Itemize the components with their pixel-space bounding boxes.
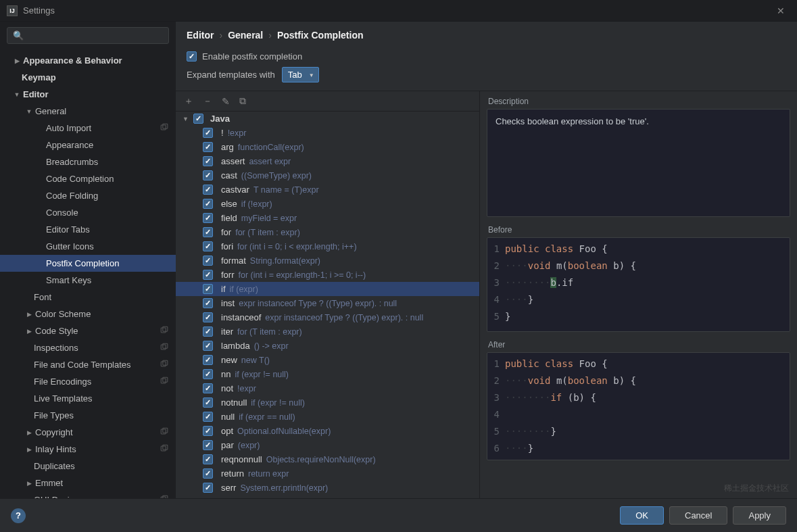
after-code: 1public class Foo { 2····void m(boolean … <box>487 352 790 460</box>
sidebar-item-font[interactable]: Font <box>0 289 176 306</box>
edit-icon[interactable]: ✎ <box>222 96 230 107</box>
sidebar-item-code-style[interactable]: ▶Code Style <box>0 322 176 339</box>
postfix-item-reqnonnull[interactable]: reqnonnullObjects.requireNonNull(expr) <box>176 452 479 466</box>
close-icon[interactable]: ✕ <box>771 3 790 19</box>
sidebar-item-keymap[interactable]: Keymap <box>0 69 176 86</box>
help-icon[interactable]: ? <box>11 508 26 523</box>
sidebar-item-file-encodings[interactable]: File Encodings <box>0 373 176 390</box>
postfix-item-inst[interactable]: instexpr instanceof Type ? ((Type) expr)… <box>176 296 479 310</box>
postfix-checkbox[interactable] <box>203 369 213 379</box>
postfix-item-notnull[interactable]: notnullif (expr != null) <box>176 395 479 410</box>
postfix-item-serr[interactable]: serrSystem.err.println(expr) <box>176 481 479 495</box>
svg-rect-9 <box>163 377 168 382</box>
sidebar-item-inspections[interactable]: Inspections <box>0 339 176 356</box>
postfix-item-if[interactable]: ifif (expr) <box>176 282 479 296</box>
postfix-checkbox[interactable] <box>203 156 213 166</box>
postfix-list[interactable]: ▼Java!!exprargfunctionCall(expr)assertas… <box>176 112 479 498</box>
postfix-group-java[interactable]: ▼Java <box>176 112 479 126</box>
postfix-checkbox[interactable] <box>203 170 213 180</box>
sidebar-item-inlay-hints[interactable]: ▶Inlay Hints <box>0 441 176 458</box>
postfix-checkbox[interactable] <box>203 241 213 251</box>
postfix-item-format[interactable]: formatString.format(expr) <box>176 253 479 268</box>
postfix-checkbox[interactable] <box>203 341 213 351</box>
expand-with-select[interactable]: Tab <box>282 67 319 82</box>
sidebar-item-copyright[interactable]: ▶Copyright <box>0 424 176 441</box>
postfix-checkbox[interactable] <box>203 213 213 223</box>
postfix-item-iter[interactable]: iterfor (T item : expr) <box>176 324 479 339</box>
sidebar-item-console[interactable]: Console <box>0 204 176 221</box>
sidebar-item-duplicates[interactable]: Duplicates <box>0 458 176 475</box>
postfix-item-not[interactable]: not!expr <box>176 381 479 395</box>
postfix-item-arg[interactable]: argfunctionCall(expr) <box>176 140 479 154</box>
sidebar-item-live-templates[interactable]: Live Templates <box>0 390 176 407</box>
sidebar-item-file-and-code-templates[interactable]: File and Code Templates <box>0 356 176 373</box>
postfix-item-fori[interactable]: forifor (int i = 0; i < expr.length; i++… <box>176 239 479 253</box>
enable-postfix-checkbox[interactable] <box>187 51 197 62</box>
postfix-item-par[interactable]: par(expr) <box>176 438 479 452</box>
ok-button[interactable]: OK <box>620 506 664 525</box>
sidebar-item-code-folding[interactable]: Code Folding <box>0 187 176 204</box>
postfix-item-else[interactable]: elseif (!expr) <box>176 197 479 211</box>
postfix-item-lambda[interactable]: lambda() -> expr <box>176 339 479 353</box>
sidebar-item-appearance[interactable]: Appearance <box>0 137 176 153</box>
sidebar-item-appearance-behavior[interactable]: ▶Appearance & Behavior <box>0 52 176 69</box>
postfix-item-for[interactable]: forfor (T item : expr) <box>176 225 479 239</box>
sidebar-item-file-types[interactable]: File Types <box>0 407 176 424</box>
add-icon[interactable]: ＋ <box>184 95 193 107</box>
sidebar-item-editor[interactable]: ▼Editor <box>0 86 176 103</box>
settings-tree[interactable]: ▶Appearance & BehaviorKeymap▼Editor▼Gene… <box>0 49 176 498</box>
postfix-checkbox[interactable] <box>203 312 213 322</box>
postfix-checkbox[interactable] <box>203 128 213 138</box>
postfix-item-return[interactable]: returnreturn expr <box>176 466 479 481</box>
postfix-checkbox[interactable] <box>203 327 213 337</box>
postfix-item-forr[interactable]: forrfor (int i = expr.length-1; i >= 0; … <box>176 268 479 282</box>
postfix-checkbox[interactable] <box>203 199 213 209</box>
group-checkbox[interactable] <box>193 114 203 124</box>
postfix-toolbar: ＋ － ✎ ⧉ <box>176 91 479 112</box>
cancel-button[interactable]: Cancel <box>669 506 727 525</box>
remove-icon[interactable]: － <box>203 95 212 107</box>
apply-button[interactable]: Apply <box>733 506 786 525</box>
sidebar-item-color-scheme[interactable]: ▶Color Scheme <box>0 306 176 322</box>
postfix-item-field[interactable]: fieldmyField = expr <box>176 211 479 225</box>
sidebar-item-editor-tabs[interactable]: Editor Tabs <box>0 221 176 238</box>
sidebar-item-auto-import[interactable]: Auto Import <box>0 120 176 137</box>
window-title: Settings <box>23 5 55 16</box>
postfix-item-castvar[interactable]: castvarT name = (T)expr <box>176 183 479 197</box>
postfix-item-opt[interactable]: optOptional.ofNullable(expr) <box>176 424 479 438</box>
postfix-checkbox[interactable] <box>203 270 213 280</box>
postfix-item-assert[interactable]: assertassert expr <box>176 154 479 168</box>
copy-icon[interactable]: ⧉ <box>239 95 246 107</box>
postfix-checkbox[interactable] <box>203 142 213 152</box>
sidebar-item-code-completion[interactable]: Code Completion <box>0 170 176 187</box>
postfix-checkbox[interactable] <box>203 383 213 393</box>
sidebar-item-breadcrumbs[interactable]: Breadcrumbs <box>0 153 176 170</box>
sidebar-item-emmet[interactable]: ▶Emmet <box>0 475 176 491</box>
sidebar-item-gui-designer[interactable]: GUI Designer <box>0 491 176 498</box>
postfix-item-[interactable]: !!expr <box>176 126 479 140</box>
postfix-checkbox[interactable] <box>203 355 213 365</box>
postfix-checkbox[interactable] <box>203 284 213 294</box>
postfix-checkbox[interactable] <box>203 256 213 266</box>
sidebar-item-gutter-icons[interactable]: Gutter Icons <box>0 238 176 255</box>
postfix-item-instanceof[interactable]: instanceofexpr instanceof Type ? ((Type)… <box>176 310 479 324</box>
postfix-checkbox[interactable] <box>203 412 213 422</box>
postfix-checkbox[interactable] <box>203 227 213 237</box>
sidebar-item-smart-keys[interactable]: Smart Keys <box>0 272 176 289</box>
sidebar-item-general[interactable]: ▼General <box>0 103 176 120</box>
postfix-item-nn[interactable]: nnif (expr != null) <box>176 367 479 381</box>
postfix-checkbox[interactable] <box>203 298 213 308</box>
sidebar-item-postfix-completion[interactable]: Postfix Completion <box>0 255 176 272</box>
postfix-checkbox[interactable] <box>203 454 213 464</box>
postfix-checkbox[interactable] <box>203 426 213 436</box>
postfix-item-null[interactable]: nullif (expr == null) <box>176 410 479 424</box>
postfix-checkbox[interactable] <box>203 397 213 408</box>
postfix-checkbox[interactable] <box>203 483 213 493</box>
postfix-checkbox[interactable] <box>203 468 213 479</box>
postfix-item-cast[interactable]: cast((SomeType) expr) <box>176 168 479 183</box>
project-badge-icon <box>160 359 169 370</box>
search-input[interactable] <box>7 27 169 44</box>
postfix-checkbox[interactable] <box>203 185 213 195</box>
postfix-item-new[interactable]: newnew T() <box>176 353 479 367</box>
postfix-checkbox[interactable] <box>203 440 213 450</box>
